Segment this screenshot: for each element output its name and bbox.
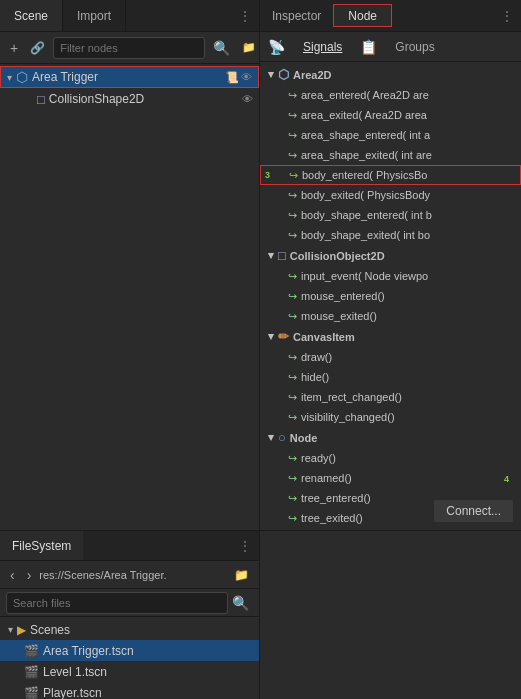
signal-body-shape-entered-label: body_shape_entered( int b (301, 209, 432, 221)
search-files-input[interactable] (6, 592, 228, 614)
signals-list: ▾ ⬡ Area2D ↪ area_entered( Area2D are ↪ … (260, 62, 521, 530)
signal-item-rect-changed[interactable]: ↪ item_rect_changed() (260, 387, 521, 407)
signal-body-exited[interactable]: ↪ body_exited( PhysicsBody (260, 185, 521, 205)
right-bottom-panel (260, 531, 521, 699)
connect-button[interactable]: Connect... (434, 500, 513, 522)
signals-icon[interactable]: 📡 (268, 39, 285, 55)
group-canvasitem[interactable]: ▾ ✏ CanvasItem (260, 326, 521, 347)
fs-search-bar: 🔍 (0, 589, 259, 617)
group-collisionobject2d[interactable]: ▾ □ CollisionObject2D (260, 245, 521, 266)
signal-draw[interactable]: ↪ draw() (260, 347, 521, 367)
signal-emit-icon16: ↪ (288, 452, 297, 465)
link-node-button[interactable]: 🔗 (26, 39, 49, 57)
signal-area-entered[interactable]: ↪ area_entered( Area2D are (260, 85, 521, 105)
signal-emit-icon8: ↪ (288, 229, 297, 242)
signal-body-entered-label: body_entered( PhysicsBo (302, 169, 427, 181)
player-tscn-icon: 🎬 (24, 686, 39, 700)
signal-body-entered[interactable]: 3 ↪ body_entered( PhysicsBo (260, 165, 521, 185)
scene-panel: Scene Import ⋮ + 🔗 🔍 📁 ▾ ⬡ Area Trigger … (0, 0, 260, 530)
collision-actions: 👁 (242, 93, 253, 105)
search-button[interactable]: 🔍 (209, 38, 234, 58)
inspector-title: Inspector (260, 0, 333, 31)
folder-button[interactable]: 📁 (238, 39, 260, 56)
group-area2d-label: Area2D (293, 69, 332, 81)
fs-search-button[interactable]: 🔍 (228, 593, 253, 613)
scenes-folder-label: Scenes (30, 623, 70, 637)
signal-body-shape-exited[interactable]: ↪ body_shape_exited( int bo (260, 225, 521, 245)
visibility-icon[interactable]: 👁 (241, 71, 252, 84)
area-trigger-tscn-label: Area Trigger.tscn (43, 644, 134, 658)
signal-area-shape-exited-label: area_shape_exited( int are (301, 149, 432, 161)
breadcrumb-back[interactable]: ‹ (6, 565, 19, 585)
sub-tab-groups[interactable]: Groups (385, 38, 444, 56)
signal-emit-icon14: ↪ (288, 391, 297, 404)
filesystem-tab-bar: FileSystem ⋮ (0, 531, 259, 561)
signal-mouse-exited-label: mouse_exited() (301, 310, 377, 322)
tab-node[interactable]: Node (333, 4, 392, 27)
signal-area-shape-entered[interactable]: ↪ area_shape_entered( int a (260, 125, 521, 145)
signal-area-entered-label: area_entered( Area2D are (301, 89, 429, 101)
signal-area-shape-exited[interactable]: ↪ area_shape_exited( int are (260, 145, 521, 165)
fs-item-player-tscn[interactable]: 🎬 Player.tscn (0, 682, 259, 699)
expand-arrow: ▾ (7, 72, 12, 83)
tree-item-collision-shape[interactable]: ▾ □ CollisionShape2D 👁 (0, 88, 259, 110)
signal-hide[interactable]: ↪ hide() (260, 367, 521, 387)
inspector-panel-menu[interactable]: ⋮ (493, 0, 521, 31)
signal-mouse-entered[interactable]: ↪ mouse_entered() (260, 286, 521, 306)
signal-input-event[interactable]: ↪ input_event( Node viewpo (260, 266, 521, 286)
signal-emit-icon6: ↪ (288, 189, 297, 202)
tab-filesystem[interactable]: FileSystem (0, 531, 83, 560)
signal-mouse-exited[interactable]: ↪ mouse_exited() (260, 306, 521, 326)
signal-emit-icon9: ↪ (288, 270, 297, 283)
node-icon[interactable]: 📋 (360, 39, 377, 55)
player-tscn-label: Player.tscn (43, 686, 102, 700)
signal-visibility-changed[interactable]: ↪ visibility_changed() (260, 407, 521, 427)
group-arrow-col2d: ▾ (268, 249, 274, 262)
signal-item-rect-label: item_rect_changed() (301, 391, 402, 403)
fs-item-level1[interactable]: 🎬 Level 1.tscn (0, 661, 259, 682)
area-trigger-label: Area Trigger (32, 70, 221, 84)
signal-emit-icon4: ↪ (288, 149, 297, 162)
scene-panel-menu[interactable]: ⋮ (231, 0, 259, 31)
add-node-button[interactable]: + (6, 38, 22, 58)
signal-body-shape-exited-label: body_shape_exited( int bo (301, 229, 430, 241)
signal-ready[interactable]: ↪ ready() (260, 448, 521, 468)
signal-renamed-label: renamed() (301, 472, 352, 484)
signal-count-badge-4: 4 (504, 474, 509, 484)
group-col2d-label: CollisionObject2D (290, 250, 385, 262)
tree-item-area-trigger[interactable]: ▾ ⬡ Area Trigger 📜 👁 (0, 66, 259, 88)
signal-emit-icon13: ↪ (288, 371, 297, 384)
signal-emit-icon3: ↪ (288, 129, 297, 142)
signal-renamed[interactable]: ↪ renamed() (260, 468, 521, 488)
collision-shape-label: CollisionShape2D (49, 92, 238, 106)
signal-draw-label: draw() (301, 351, 332, 363)
signal-emit-icon5: ↪ (289, 169, 298, 182)
signal-body-shape-entered[interactable]: ↪ body_shape_entered( int b (260, 205, 521, 225)
fs-item-scenes-folder[interactable]: ▾ ▶ Scenes (0, 619, 259, 640)
group-area2d[interactable]: ▾ ⬡ Area2D (260, 64, 521, 85)
canvas-icon: ✏ (278, 329, 289, 344)
fs-breadcrumb: ‹ › res://Scenes/Area Trigger. 📁 (0, 561, 259, 589)
fs-item-area-trigger[interactable]: 🎬 Area Trigger.tscn (0, 640, 259, 661)
signal-input-event-label: input_event( Node viewpo (301, 270, 428, 282)
node-group-icon: ○ (278, 430, 286, 445)
breadcrumb-forward[interactable]: › (23, 565, 36, 585)
group-node[interactable]: ▾ ○ Node (260, 427, 521, 448)
breadcrumb-folder[interactable]: 📁 (230, 566, 253, 584)
signal-area-exited[interactable]: ↪ area_exited( Area2D area (260, 105, 521, 125)
filesystem-tree: ▾ ▶ Scenes 🎬 Area Trigger.tscn 🎬 Level 1… (0, 617, 259, 699)
signal-visibility-changed-label: visibility_changed() (301, 411, 395, 423)
sub-tab-signals[interactable]: Signals (293, 38, 352, 56)
filesystem-panel-menu[interactable]: ⋮ (231, 531, 259, 560)
signal-mouse-entered-label: mouse_entered() (301, 290, 385, 302)
tab-scene[interactable]: Scene (0, 0, 63, 31)
signal-tree-exited-label: tree_exited() (301, 512, 363, 524)
filter-nodes-input[interactable] (53, 37, 205, 59)
tab-import[interactable]: Import (63, 0, 126, 31)
group-arrow-node: ▾ (268, 431, 274, 444)
scenes-folder-icon: ▶ (17, 623, 26, 637)
scene-tab-bar: Scene Import ⋮ (0, 0, 259, 32)
group-node-label: Node (290, 432, 318, 444)
signal-emit-icon15: ↪ (288, 411, 297, 424)
visibility-icon2[interactable]: 👁 (242, 93, 253, 105)
